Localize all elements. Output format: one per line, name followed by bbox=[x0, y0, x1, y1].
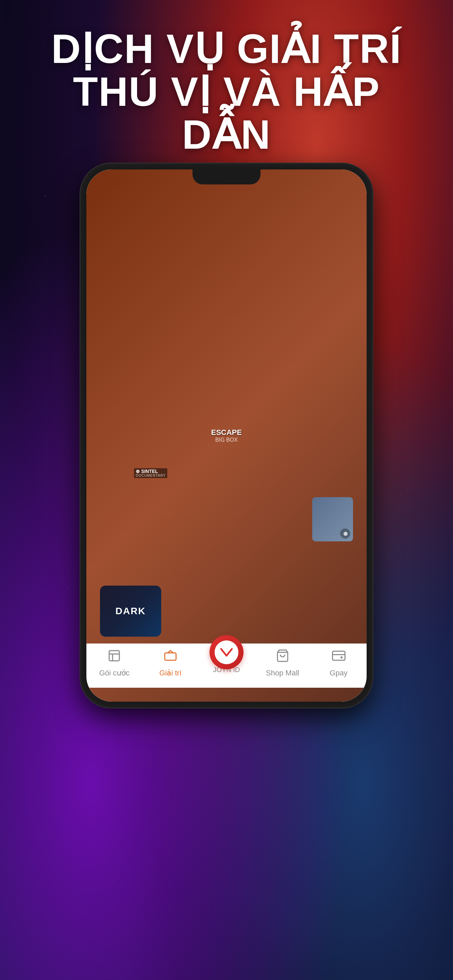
game-card-1[interactable]: DARK bbox=[100, 585, 161, 637]
svg-point-9 bbox=[341, 657, 342, 658]
tv-icon bbox=[164, 649, 177, 666]
shop-icon bbox=[276, 649, 289, 666]
phone-notch bbox=[192, 169, 261, 185]
package-icon bbox=[108, 649, 121, 666]
nav-label-shop-mall: Shop Mall bbox=[266, 669, 299, 678]
video-noi-bat-section: Video nổi bật Xem thêm bbox=[86, 414, 367, 548]
svg-rect-5 bbox=[165, 653, 176, 660]
nav-item-gpay[interactable]: Gpay bbox=[310, 649, 367, 678]
wallet-icon bbox=[332, 649, 345, 666]
video-item-escape[interactable]: ESCAPE BIG BOX For Bigger Escape 1 2 ngà… bbox=[100, 497, 305, 541]
svg-rect-7 bbox=[332, 651, 345, 660]
viettel-logo bbox=[218, 646, 235, 659]
phone-mockup: 16:58 ▲ Giải trí bbox=[80, 163, 373, 708]
fab-inner bbox=[215, 640, 238, 664]
phone-outer-frame: 16:58 ▲ Giải trí bbox=[80, 163, 373, 708]
nav-item-goi-cuoc[interactable]: Gói cước bbox=[86, 649, 143, 678]
video-thumb-escape: ESCAPE BIG BOX bbox=[100, 497, 168, 541]
nav-label-giai-tri: Giải trí bbox=[159, 669, 181, 678]
video-row-2: ESCAPE BIG BOX For Bigger Escape 1 2 ngà… bbox=[100, 497, 353, 541]
phone-screen: 16:58 ▲ Giải trí bbox=[86, 169, 367, 702]
bottom-nav: Gói cước Giải trí bbox=[86, 643, 367, 688]
videos-list: ⊕ SINTEL DOCUMENTARY bbox=[100, 446, 353, 541]
hero-title: DỊCH VỤ GIẢI TRÍ THÚ VỊ VÀ HẤP DẪN bbox=[27, 27, 426, 156]
svg-rect-2 bbox=[109, 651, 119, 661]
nav-label-gpay: Gpay bbox=[329, 669, 348, 678]
nav-item-giai-tri[interactable]: Giải trí bbox=[143, 649, 199, 678]
video-side-escape: ⊕ bbox=[312, 497, 353, 541]
nav-label-goi-cuoc: Gói cước bbox=[99, 669, 130, 678]
nav-item-shop-mall[interactable]: Shop Mall bbox=[254, 649, 310, 678]
nav-item-fab[interactable]: JOYN ID bbox=[199, 649, 255, 678]
fab-button[interactable] bbox=[210, 635, 243, 669]
